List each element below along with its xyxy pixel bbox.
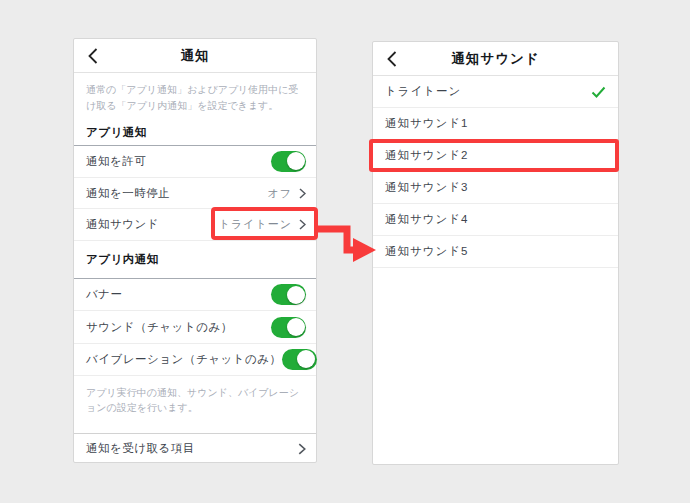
- option-label: 通知サウンド3: [385, 180, 468, 195]
- left-header: 通知: [74, 39, 316, 73]
- row-allow-notifications[interactable]: 通知を許可: [74, 146, 316, 178]
- sound-value: トライトーン: [219, 217, 292, 232]
- option-label: トライトーン: [385, 84, 461, 99]
- row-label: バイブレーション（チャットのみ）: [86, 352, 282, 367]
- row-pause-notifications[interactable]: 通知を一時停止 オフ: [74, 178, 316, 210]
- option-label: 通知サウンド5: [385, 244, 468, 259]
- right-header: 通知サウンド: [373, 42, 618, 76]
- row-label: 通知を許可: [86, 154, 146, 169]
- settings-description: 通常の「アプリ通知」およびアプリ使用中に受け取る「アプリ内通知」を設定できます。: [74, 73, 316, 119]
- row-receive-items[interactable]: 通知を受け取る項目: [74, 434, 316, 464]
- sound-option-1[interactable]: 通知サウンド1: [373, 108, 618, 140]
- row-sound-chat-only[interactable]: サウンド（チャットのみ）: [74, 311, 316, 343]
- row-banner[interactable]: バナー: [74, 279, 316, 311]
- check-icon: [591, 86, 606, 98]
- row-label: 通知を受け取る項目: [86, 441, 195, 456]
- option-label: 通知サウンド4: [385, 212, 468, 227]
- sound-option-5[interactable]: 通知サウンド5: [373, 236, 618, 268]
- option-label: 通知サウンド2: [385, 148, 468, 163]
- sound-option-2[interactable]: 通知サウンド2: [373, 140, 618, 172]
- row-label: サウンド（チャットのみ）: [86, 320, 233, 335]
- chevron-right-icon: [299, 219, 306, 230]
- row-label: 通知を一時停止: [86, 186, 170, 201]
- vibration-toggle[interactable]: [282, 349, 317, 370]
- option-label: 通知サウンド1: [385, 116, 468, 131]
- chevron-right-icon: [298, 443, 306, 455]
- screenshot-canvas: 通知 通常の「アプリ通知」およびアプリ使用中に受け取る「アプリ内通知」を設定でき…: [0, 0, 690, 503]
- page-title: 通知: [181, 47, 210, 65]
- back-button[interactable]: [383, 42, 401, 75]
- row-label: バナー: [86, 287, 123, 302]
- chevron-left-icon: [88, 48, 98, 64]
- sound-option-3[interactable]: 通知サウンド3: [373, 172, 618, 204]
- chevron-right-icon: [299, 188, 306, 199]
- section-inapp-notifications: アプリ内通知: [74, 241, 316, 279]
- notification-settings-screen: 通知 通常の「アプリ通知」およびアプリ使用中に受け取る「アプリ内通知」を設定でき…: [73, 38, 317, 463]
- row-notification-sound[interactable]: 通知サウンド トライトーン: [74, 209, 316, 241]
- row-label: 通知サウンド: [86, 217, 159, 232]
- chevron-left-icon: [387, 51, 397, 67]
- pause-value: オフ: [267, 186, 292, 201]
- sound-option-4[interactable]: 通知サウンド4: [373, 204, 618, 236]
- banner-toggle[interactable]: [271, 284, 306, 305]
- page-title: 通知サウンド: [451, 50, 539, 68]
- allow-notifications-toggle[interactable]: [271, 151, 306, 172]
- sound-chat-toggle[interactable]: [271, 317, 306, 338]
- section-app-notifications: アプリ通知: [74, 119, 316, 146]
- sound-option-tritone[interactable]: トライトーン: [373, 76, 618, 108]
- notification-sound-screen: 通知サウンド トライトーン 通知サウンド1 通知サウンド2 通知サウンド3 通知…: [372, 41, 619, 465]
- back-button[interactable]: [84, 39, 102, 72]
- inapp-note: アプリ実行中の通知、サウンド、バイブレーションの設定を行います。: [74, 376, 316, 434]
- row-vibration-chat-only[interactable]: バイブレーション（チャットのみ）: [74, 344, 316, 376]
